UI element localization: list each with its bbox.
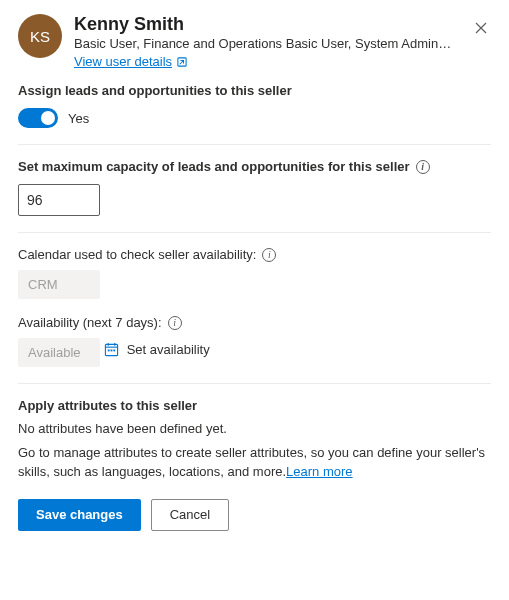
avatar: KS bbox=[18, 14, 62, 58]
assign-toggle-state: Yes bbox=[68, 111, 89, 126]
assign-toggle[interactable] bbox=[18, 108, 58, 128]
save-button[interactable]: Save changes bbox=[18, 499, 141, 531]
set-availability-button[interactable]: Set availability bbox=[104, 342, 210, 357]
view-user-details-label: View user details bbox=[74, 54, 172, 69]
header: KS Kenny Smith Basic User, Finance and O… bbox=[18, 14, 491, 69]
close-icon bbox=[474, 21, 488, 35]
info-icon[interactable]: i bbox=[416, 160, 430, 174]
capacity-input[interactable] bbox=[18, 184, 100, 216]
set-availability-label: Set availability bbox=[127, 342, 210, 357]
external-link-icon bbox=[176, 56, 188, 68]
info-icon[interactable]: i bbox=[168, 316, 182, 330]
svg-rect-7 bbox=[113, 350, 115, 352]
svg-rect-6 bbox=[110, 350, 112, 352]
availability-label-row: Availability (next 7 days): i bbox=[18, 315, 491, 330]
learn-more-link[interactable]: Learn more bbox=[286, 464, 352, 479]
assign-section: Assign leads and opportunities to this s… bbox=[18, 83, 491, 128]
calendar-section: Calendar used to check seller availabili… bbox=[18, 247, 491, 299]
capacity-section: Set maximum capacity of leads and opport… bbox=[18, 159, 491, 216]
divider bbox=[18, 144, 491, 145]
divider bbox=[18, 383, 491, 384]
user-name: Kenny Smith bbox=[74, 14, 491, 36]
calendar-label-row: Calendar used to check seller availabili… bbox=[18, 247, 491, 262]
user-roles: Basic User, Finance and Operations Basic… bbox=[74, 36, 454, 53]
availability-section: Availability (next 7 days): i Available … bbox=[18, 315, 491, 367]
attributes-heading: Apply attributes to this seller bbox=[18, 398, 491, 413]
calendar-label: Calendar used to check seller availabili… bbox=[18, 247, 256, 262]
divider bbox=[18, 232, 491, 233]
header-info: Kenny Smith Basic User, Finance and Oper… bbox=[74, 14, 491, 69]
footer: Save changes Cancel bbox=[18, 499, 491, 531]
assign-toggle-row: Yes bbox=[18, 108, 491, 128]
svg-rect-5 bbox=[107, 350, 109, 352]
capacity-heading-text: Set maximum capacity of leads and opport… bbox=[18, 159, 410, 174]
view-user-details-link[interactable]: View user details bbox=[74, 54, 188, 69]
attributes-section: Apply attributes to this seller No attri… bbox=[18, 398, 491, 480]
info-icon[interactable]: i bbox=[262, 248, 276, 262]
attributes-help-text: Go to manage attributes to create seller… bbox=[18, 444, 491, 480]
calendar-icon bbox=[104, 342, 119, 357]
capacity-heading: Set maximum capacity of leads and opport… bbox=[18, 159, 491, 174]
attributes-help-message: Go to manage attributes to create seller… bbox=[18, 445, 485, 478]
close-button[interactable] bbox=[467, 14, 495, 42]
cancel-button[interactable]: Cancel bbox=[151, 499, 229, 531]
calendar-value: CRM bbox=[18, 270, 100, 299]
assign-heading: Assign leads and opportunities to this s… bbox=[18, 83, 491, 98]
attributes-empty-message: No attributes have been defined yet. bbox=[18, 421, 491, 436]
availability-value: Available bbox=[18, 338, 100, 367]
availability-label: Availability (next 7 days): bbox=[18, 315, 162, 330]
